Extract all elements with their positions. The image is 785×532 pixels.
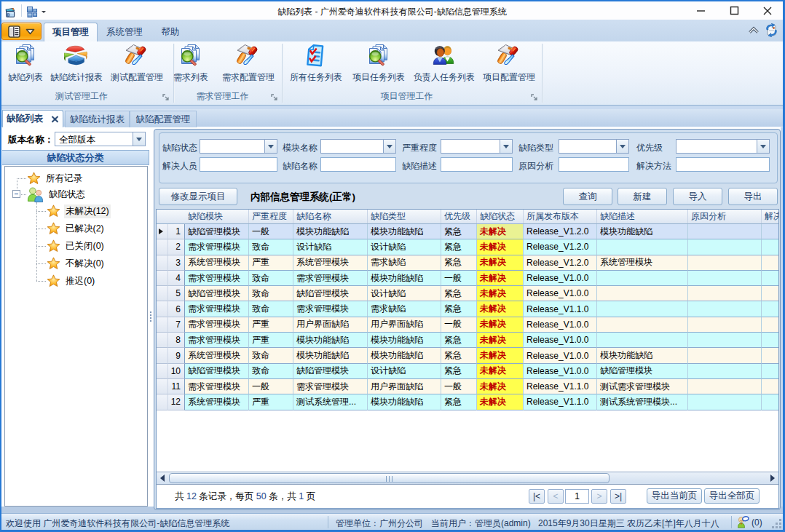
grid-cell[interactable]: 一般 <box>441 379 477 394</box>
filter-combo-缺陷类型[interactable] <box>559 139 629 154</box>
modify-columns-button[interactable]: 修改显示项目 <box>159 188 237 205</box>
grid-cell[interactable] <box>762 271 779 286</box>
ribbon-button[interactable]: 项目配置管理 <box>478 43 540 84</box>
group-dialog-launcher-icon[interactable] <box>531 94 539 102</box>
grid-cell[interactable]: 测试系统管理... <box>293 394 368 410</box>
grid-cell[interactable]: 模块功能缺陷 <box>368 333 441 348</box>
filter-input-解决人员[interactable] <box>200 157 277 172</box>
grid-cell[interactable]: 一般 <box>441 317 477 333</box>
grid-cell[interactable] <box>762 364 779 379</box>
grid-column-header[interactable]: 优先级 <box>441 210 477 223</box>
group-dialog-launcher-icon[interactable] <box>162 94 170 102</box>
grid-cell[interactable]: 用户界面缺陷 <box>368 317 441 333</box>
filter-input-原因分析[interactable] <box>559 157 629 172</box>
query-button[interactable]: 查询 <box>563 188 612 205</box>
combo-arrow-icon[interactable] <box>383 140 395 153</box>
ribbon-button[interactable]: 缺陷列表 <box>4 43 47 84</box>
pager-current-page[interactable]: 1 <box>565 489 589 504</box>
close-button[interactable] <box>755 1 780 20</box>
grid-cell[interactable]: 未解决 <box>477 317 524 333</box>
ribbon-tab[interactable]: 系统管理 <box>98 23 151 41</box>
grid-cell[interactable]: Release_V1.2.0 <box>524 255 597 271</box>
grid-cell[interactable]: 模块功能缺陷 <box>368 224 441 239</box>
grid-cell[interactable] <box>688 239 762 255</box>
grid-cell[interactable] <box>688 348 762 363</box>
grid-cell[interactable]: 致命 <box>249 348 293 363</box>
application-menu-button[interactable] <box>1 23 42 40</box>
export-current-page-button[interactable]: 导出当前页 <box>647 488 702 504</box>
grid-cell[interactable]: 紧急 <box>441 333 477 348</box>
pager-prev-button[interactable]: < <box>548 489 564 504</box>
grid-cell[interactable] <box>762 239 779 255</box>
scroll-right-icon[interactable] <box>770 475 775 482</box>
grid-cell[interactable]: Release_V1.0.0 <box>524 286 597 301</box>
grid-cell[interactable]: 系统管理模块 <box>185 348 249 363</box>
grid-cell[interactable]: 致命 <box>249 239 293 255</box>
grid-cell[interactable]: 未解决 <box>477 333 524 348</box>
grid-cell[interactable]: 缺陷管理模块 <box>185 224 249 239</box>
grid-cell[interactable] <box>762 394 779 410</box>
grid-cell[interactable] <box>688 317 762 333</box>
grid-cell[interactable]: 致命 <box>249 301 293 317</box>
version-combo[interactable]: 全部版本 <box>55 132 146 146</box>
grid-cell[interactable]: 测试系统管理模块... <box>597 394 688 410</box>
grid-cell[interactable]: 模块功能缺陷 <box>293 348 368 363</box>
grid-cell[interactable]: 模块功能缺陷 <box>368 271 441 286</box>
ribbon-button[interactable]: 负责人任务列表 <box>409 43 480 84</box>
scrollbar-thumb[interactable] <box>169 473 610 483</box>
grid-row[interactable]: 4需求管理模块致命需求管理模块模块功能缺陷一般未解决Release_V1.0.0 <box>157 271 778 286</box>
grid-cell[interactable]: 模块功能缺陷 <box>293 333 368 348</box>
grid-row[interactable]: 1缺陷管理模块一般模块功能缺陷模块功能缺陷紧急未解决Release_V1.2.0… <box>157 224 778 239</box>
grid-cell[interactable]: 未解决 <box>477 286 524 301</box>
grid-row[interactable]: 8需求管理模块严重模块功能缺陷模块功能缺陷紧急未解决Release_V1.0.0 <box>157 333 778 348</box>
grid-cell[interactable]: 紧急 <box>441 301 477 317</box>
grid-cell[interactable] <box>762 333 779 348</box>
grid-cell[interactable]: 模块功能缺陷 <box>293 224 368 239</box>
grid-cell[interactable]: 需求管理模块 <box>185 301 249 317</box>
grid-cell[interactable] <box>688 364 762 379</box>
export-all-pages-button[interactable]: 导出全部页 <box>704 488 760 504</box>
filter-combo-模块名称[interactable] <box>320 139 396 154</box>
ribbon-button[interactable]: 缺陷统计报表 <box>46 43 108 84</box>
grid-column-header[interactable]: 解决方法 <box>762 210 779 223</box>
grid-cell[interactable]: Release_V1.0.0 <box>524 364 597 379</box>
grid-row[interactable]: 3系统管理模块严重系统管理模块需求缺陷紧急未解决Release_V1.2.0系统… <box>157 255 778 271</box>
grid-cell[interactable]: 致命 <box>249 286 293 301</box>
grid-cell[interactable] <box>597 301 688 317</box>
filter-combo-严重程度[interactable] <box>441 139 513 154</box>
tree-item[interactable]: 所有记录 <box>27 171 84 186</box>
grid-cell[interactable]: 一般 <box>249 379 293 394</box>
grid-column-header[interactable]: 缺陷状态 <box>477 210 524 223</box>
grid-cell[interactable]: 未解决 <box>477 394 524 410</box>
filter-input-缺陷描述[interactable] <box>441 157 513 172</box>
grid-row[interactable]: 6需求管理模块致命需求管理模块需求缺陷紧急未解决Release_V1.1.0 <box>157 301 778 317</box>
grid-cell[interactable] <box>762 301 779 317</box>
collapse-ribbon-icon[interactable] <box>748 25 760 35</box>
splitter-handle[interactable] <box>150 311 151 323</box>
grid-cell[interactable]: 严重 <box>249 333 293 348</box>
grid-cell[interactable] <box>762 379 779 394</box>
grid-cell[interactable]: Release_V1.0.0 <box>524 348 597 363</box>
grid-cell[interactable]: 系统管理模块 <box>293 255 368 271</box>
combo-arrow-icon[interactable] <box>500 140 512 153</box>
grid-cell[interactable]: 紧急 <box>441 394 477 410</box>
grid-cell[interactable]: 设计缺陷 <box>368 364 441 379</box>
grid-cell[interactable]: 用户界面缺陷 <box>293 317 368 333</box>
ribbon-tab[interactable]: 帮助 <box>151 23 189 41</box>
grid-cell[interactable]: 未解决 <box>477 379 524 394</box>
grid-row[interactable]: 9系统管理模块致命模块功能缺陷模块功能缺陷紧急未解决Release_V1.0.0… <box>157 348 778 363</box>
grid-cell[interactable]: Release_V1.2.0 <box>524 239 597 255</box>
grid-row[interactable]: 2需求管理模块致命设计缺陷设计缺陷紧急未解决Release_V1.2.0 <box>157 239 778 255</box>
filter-combo-缺陷状态[interactable] <box>200 139 277 154</box>
ribbon-button[interactable]: 所有任务列表 <box>285 43 347 84</box>
grid-cell[interactable]: 需求缺陷 <box>368 301 441 317</box>
grid-cell[interactable] <box>597 239 688 255</box>
grid-cell[interactable]: 设计缺陷 <box>368 239 441 255</box>
grid-cell[interactable]: 未解决 <box>477 364 524 379</box>
grid-cell[interactable]: 严重 <box>249 255 293 271</box>
combo-arrow-icon[interactable] <box>616 140 628 153</box>
grid-cell[interactable]: 模块功能缺陷 <box>597 348 688 363</box>
grid-cell[interactable]: 设计缺陷 <box>368 286 441 301</box>
grid-cell[interactable]: 一般 <box>441 271 477 286</box>
grid-cell[interactable]: 需求管理模块 <box>185 379 249 394</box>
